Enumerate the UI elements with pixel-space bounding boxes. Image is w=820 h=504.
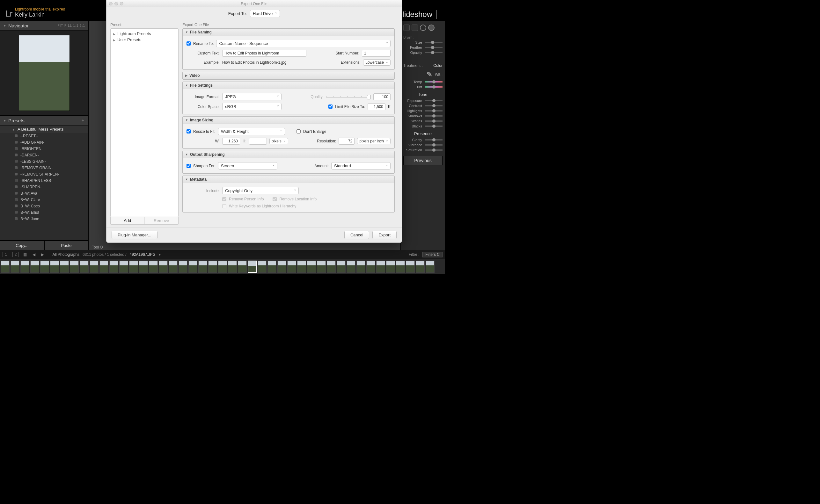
filmstrip-thumb[interactable]	[70, 261, 79, 273]
preset-item[interactable]: --RESET--	[0, 133, 88, 139]
resolution-unit-select[interactable]: pixels per inch	[357, 138, 390, 144]
filename-dropdown-icon[interactable]: ▾	[159, 252, 161, 257]
module-picker[interactable]: Slideshow	[397, 10, 440, 19]
filmstrip-thumb[interactable]	[277, 261, 286, 273]
filmstrip-thumb[interactable]	[258, 261, 266, 273]
plugin-manager-button[interactable]: Plug-in Manager...	[112, 231, 157, 239]
whites-slider[interactable]: Whites	[403, 119, 443, 124]
quality-input[interactable]	[373, 93, 390, 100]
preset-item[interactable]: B+W: Coco	[0, 203, 88, 209]
temp-slider[interactable]: Temp	[403, 79, 443, 84]
filmstrip-thumb[interactable]	[238, 261, 247, 273]
filmstrip-thumb[interactable]	[376, 261, 385, 273]
filmstrip-thumb[interactable]	[90, 261, 98, 273]
clarity-slider[interactable]: Clarity	[403, 137, 443, 142]
preset-item[interactable]: -BRIGHTEN-	[0, 146, 88, 152]
zoom-window-icon[interactable]	[120, 2, 123, 5]
grid-view-icon[interactable]: ▦	[22, 252, 28, 257]
filmstrip-thumb[interactable]	[406, 261, 415, 273]
width-input[interactable]	[222, 138, 240, 145]
filmstrip-thumb[interactable]	[99, 261, 108, 273]
export-to-select[interactable]: Hard Drive	[250, 10, 280, 17]
filmstrip-thumb[interactable]	[366, 261, 375, 273]
filmstrip-thumb[interactable]	[228, 261, 237, 273]
copy-button[interactable]: Copy...	[0, 241, 44, 250]
height-input[interactable]	[249, 138, 267, 145]
presets-header[interactable]: ▼ Presets ＋	[0, 116, 88, 126]
filmstrip-thumb[interactable]	[169, 261, 178, 273]
filmstrip-thumb[interactable]	[119, 261, 128, 273]
filmstrip-thumb[interactable]	[198, 261, 207, 273]
resolution-input[interactable]	[338, 138, 354, 145]
preset-item[interactable]: -SHARPEN LESS-	[0, 177, 88, 184]
filmstrip-thumb[interactable]	[50, 261, 59, 273]
add-preset-icon[interactable]: ＋	[81, 118, 85, 123]
contrast-slider[interactable]: Contrast	[403, 103, 443, 108]
treatment-value[interactable]: Color	[433, 63, 443, 68]
sharpen-for-checkbox[interactable]	[186, 164, 191, 168]
filmstrip-thumb[interactable]	[188, 261, 197, 273]
color-space-select[interactable]: sRGB	[222, 103, 281, 110]
filmstrip-thumb[interactable]	[30, 261, 39, 273]
shadows-slider[interactable]: Shadows	[403, 113, 443, 119]
filmstrip-thumb[interactable]	[11, 261, 19, 273]
settings-scroll[interactable]: ▼File Naming Rename To: Custom Name - Se…	[182, 28, 398, 225]
filmstrip-thumb[interactable]	[426, 261, 435, 273]
navigator-thumbnail[interactable]	[0, 31, 88, 115]
filmstrip-thumb[interactable]	[307, 261, 316, 273]
preset-folder[interactable]: A Beautiful Mess Presets	[0, 126, 88, 133]
filmstrip-thumb[interactable]	[208, 261, 217, 273]
filmstrip-thumb[interactable]	[337, 261, 345, 273]
close-window-icon[interactable]	[109, 2, 112, 5]
saturation-slider[interactable]: Saturation	[403, 148, 443, 153]
navigator-zoom-options[interactable]: FIT FILL 1:1 2:1	[57, 24, 85, 27]
filmstrip-thumb[interactable]	[396, 261, 405, 273]
amount-select[interactable]: Standard	[331, 162, 390, 169]
sharpen-for-select[interactable]: Screen	[218, 162, 277, 169]
filmstrip-thumb[interactable]	[20, 261, 29, 273]
preset-item[interactable]: -SHARPEN-	[0, 184, 88, 190]
custom-text-input[interactable]	[222, 50, 306, 57]
vibrance-slider[interactable]: Vibrance	[403, 142, 443, 148]
filmstrip-thumb[interactable]	[346, 261, 355, 273]
blacks-slider[interactable]: Blacks	[403, 124, 443, 129]
image-format-select[interactable]: JPEG	[222, 93, 281, 100]
filmstrip-thumb[interactable]	[80, 261, 89, 273]
opacity-slider[interactable]: Opacity	[403, 50, 443, 55]
minimize-window-icon[interactable]	[114, 2, 118, 5]
next-photo-icon[interactable]: ▶	[40, 252, 45, 257]
preset-tree-item[interactable]: User Presets	[113, 37, 176, 43]
radial-filter-icon[interactable]	[420, 25, 426, 31]
filmstrip-thumb[interactable]	[386, 261, 395, 273]
preset-item[interactable]: B+W: June	[0, 216, 88, 222]
quality-slider[interactable]	[326, 96, 371, 97]
navigator-disclosure-icon[interactable]: ▼	[3, 24, 6, 27]
filmstrip-thumb[interactable]	[248, 261, 257, 273]
file-naming-header[interactable]: ▼File Naming	[183, 29, 394, 36]
preset-item[interactable]: B+W: Elliot	[0, 209, 88, 216]
filmstrip-thumb[interactable]	[149, 261, 158, 273]
preset-item[interactable]: B+W: Clare	[0, 197, 88, 203]
filmstrip-thumb[interactable]	[178, 261, 187, 273]
filmstrip-thumb[interactable]	[297, 261, 306, 273]
prev-photo-icon[interactable]: ◀	[31, 252, 37, 257]
image-sizing-header[interactable]: ▼Image Sizing	[183, 117, 394, 124]
preset-tree-item[interactable]: Lightroom Presets	[113, 31, 176, 37]
limit-filesize-checkbox[interactable]	[328, 104, 332, 109]
filmstrip-thumb[interactable]	[317, 261, 326, 273]
rename-to-checkbox[interactable]	[186, 41, 191, 46]
module-slideshow-label[interactable]: Slideshow	[397, 10, 432, 19]
resize-to-fit-select[interactable]: Width & Height	[218, 128, 285, 135]
cancel-button[interactable]: Cancel	[344, 231, 369, 239]
preset-item[interactable]: -ADD GRAIN-	[0, 139, 88, 146]
filmstrip-thumb[interactable]	[40, 261, 49, 273]
metadata-header[interactable]: ▼Metadata	[183, 176, 394, 183]
filmstrip-thumb[interactable]	[356, 261, 365, 273]
start-number-input[interactable]	[362, 50, 390, 57]
filters-button[interactable]: Filters C	[423, 252, 443, 257]
extensions-select[interactable]: Lowercase	[363, 59, 390, 66]
preset-item[interactable]: B+W: Ava	[0, 190, 88, 197]
file-settings-header[interactable]: ▼File Settings	[183, 82, 394, 89]
limit-filesize-input[interactable]	[367, 103, 385, 110]
filmstrip-thumb[interactable]	[287, 261, 296, 273]
